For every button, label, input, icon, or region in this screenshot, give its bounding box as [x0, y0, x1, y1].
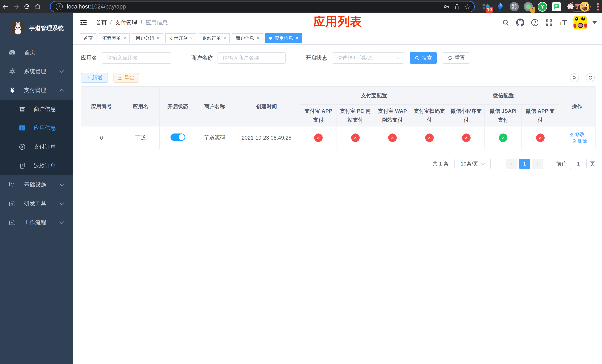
- close-icon[interactable]: ×: [296, 36, 298, 41]
- prev-page-button[interactable]: ‹: [506, 159, 517, 169]
- chrome-menu-icon[interactable]: •••: [596, 3, 599, 11]
- next-page-button[interactable]: ›: [532, 159, 543, 169]
- header-search-icon[interactable]: [502, 19, 509, 26]
- tag-process-form[interactable]: 流程表单×: [99, 33, 130, 43]
- sidebar-item-refund-orders[interactable]: 退款订单: [0, 156, 73, 175]
- sidebar-item-label: 商户信息: [34, 105, 56, 113]
- tag-refund-order[interactable]: 退款订单×: [199, 33, 230, 43]
- tag-pay-order[interactable]: 支付订单×: [165, 33, 196, 43]
- status-toggle[interactable]: [171, 133, 185, 141]
- tag-merchant-info[interactable]: 商户信息×: [232, 33, 263, 43]
- edit-button[interactable]: 修改: [570, 131, 585, 138]
- collapse-sidebar-icon[interactable]: [80, 20, 87, 26]
- share-icon[interactable]: [453, 3, 461, 10]
- col-app-name: 应用名: [122, 86, 159, 126]
- password-key-icon[interactable]: [443, 3, 450, 10]
- chrome-update-button[interactable]: 更新: [570, 2, 591, 11]
- url-text[interactable]: localhost:1024/pay/app: [67, 3, 126, 10]
- site-info-icon[interactable]: i: [56, 3, 63, 10]
- extension-command-icon[interactable]: ⌘: [509, 2, 519, 11]
- help-icon[interactable]: [531, 19, 539, 26]
- app-name-input[interactable]: 请输入应用名: [102, 52, 171, 64]
- sidebar-item-workflow[interactable]: 工作流程: [0, 213, 73, 232]
- extension-layout-icon[interactable]: 10: [481, 2, 491, 11]
- sidebar-item-pay-orders[interactable]: 支付订单: [0, 137, 73, 156]
- sidebar-item-app-info[interactable]: 应用信息: [0, 118, 73, 137]
- app-table: 应用编号 应用名 开启状态 商户名称 创建时间 支付宝配置 微信配置 操作 支付…: [81, 86, 595, 150]
- chevron-down-icon: [396, 55, 399, 59]
- status-select[interactable]: 请选择开启状态: [332, 52, 404, 64]
- home-icon[interactable]: [32, 1, 43, 12]
- total-count: 共 1 条: [432, 160, 449, 167]
- chevron-down-icon: [59, 182, 64, 186]
- page-size-select[interactable]: 10条/页: [454, 159, 491, 169]
- cell-wx-app: ×: [522, 126, 559, 149]
- tag-user-group[interactable]: 用户分组×: [132, 33, 163, 43]
- close-icon[interactable]: ×: [257, 36, 259, 41]
- reset-button[interactable]: 重置: [443, 52, 470, 64]
- sidebar-item-payment[interactable]: ¥ 支付管理: [0, 81, 73, 100]
- document-icon: [18, 162, 26, 169]
- user-avatar[interactable]: [573, 16, 587, 30]
- forward-icon[interactable]: [11, 1, 22, 12]
- bookmark-star-icon[interactable]: ☆: [464, 3, 471, 10]
- github-icon[interactable]: [516, 19, 524, 27]
- filter-form: 应用名 请输入应用名 商户名称 请输入商户名称 开启状态 请选择开启状态 搜索 …: [81, 52, 595, 64]
- browser-toolbar: i localhost:1024/pay/app ☆ 10 ⌘ 1 Y: [0, 0, 602, 13]
- sidebar-item-label: 基础设施: [24, 181, 46, 189]
- add-button[interactable]: +新增: [81, 73, 108, 83]
- col-merchant: 商户名称: [196, 86, 233, 126]
- sidebar-item-label: 首页: [24, 49, 35, 56]
- extension-proxy-icon[interactable]: 1: [524, 2, 533, 11]
- group-wechat-config: 微信配置: [448, 86, 559, 105]
- close-icon[interactable]: ×: [190, 36, 193, 41]
- col-wx-mini: 微信小程序支付: [448, 105, 485, 126]
- sidebar-item-label: 工作流程: [24, 219, 46, 226]
- status-cross-icon: ×: [351, 133, 360, 142]
- col-created: 创建时间: [233, 86, 300, 126]
- export-button[interactable]: 导出: [113, 73, 139, 83]
- group-alipay-config: 支付宝配置: [300, 86, 448, 105]
- sidebar-item-infrastructure[interactable]: 基础设施: [0, 175, 73, 194]
- grid-icon: [18, 125, 26, 131]
- breadcrumb-home[interactable]: 首页: [96, 19, 107, 26]
- col-status: 开启状态: [159, 86, 196, 126]
- cell-alipay-app: ×: [300, 126, 337, 149]
- status-cross-icon: ×: [462, 133, 471, 142]
- logo-row[interactable]: 芋道管理系统: [0, 13, 73, 43]
- address-bar[interactable]: i localhost:1024/pay/app ☆: [50, 1, 475, 12]
- sidebar-item-label: 支付管理: [24, 86, 46, 94]
- table-row: 6 芋道 芋道源码 2021-10-23 08:49:25 × × × × × …: [81, 126, 595, 149]
- sidebar-item-home[interactable]: 首页: [0, 43, 73, 62]
- close-icon[interactable]: ×: [224, 36, 226, 41]
- cell-app-id: 6: [81, 126, 122, 149]
- col-alipay-app: 支付宝 APP 支付: [300, 105, 337, 126]
- show-search-toggle-button[interactable]: [570, 73, 579, 82]
- extension-kite-icon[interactable]: [495, 2, 505, 11]
- fullscreen-icon[interactable]: [545, 19, 553, 26]
- extension-y-icon[interactable]: Y: [538, 2, 547, 11]
- page-1-button[interactable]: 1: [519, 159, 530, 169]
- avatar-dropdown-caret[interactable]: [592, 21, 597, 24]
- merchant-name-input[interactable]: 请输入商户名称: [217, 52, 286, 64]
- breadcrumb-current: 应用信息: [146, 19, 168, 26]
- delete-button[interactable]: 删除: [572, 138, 588, 144]
- font-size-icon[interactable]: TT: [559, 19, 567, 27]
- refresh-table-button[interactable]: [586, 73, 595, 82]
- sidebar-item-dev-tools[interactable]: 研发工具: [0, 194, 73, 213]
- cell-created: 2021-10-23 08:49:25: [233, 126, 300, 149]
- table-toolbar: +新增 导出: [81, 73, 595, 83]
- close-icon[interactable]: ×: [123, 36, 126, 41]
- sidebar-item-system[interactable]: 系统管理: [0, 62, 73, 81]
- close-icon[interactable]: ×: [157, 36, 159, 41]
- tag-app-info[interactable]: 应用信息×: [265, 33, 302, 43]
- back-icon[interactable]: [0, 1, 11, 12]
- extension-chat-icon[interactable]: [552, 2, 561, 11]
- status-check-icon: ✓: [499, 133, 507, 142]
- tag-home[interactable]: 首页: [80, 33, 97, 43]
- sidebar-item-merchant-info[interactable]: 商户信息: [0, 100, 73, 118]
- breadcrumb-payment[interactable]: 支付管理: [115, 19, 137, 26]
- search-button[interactable]: 搜索: [410, 52, 437, 64]
- goto-page-input[interactable]: 1: [570, 159, 587, 169]
- reload-icon[interactable]: [22, 1, 32, 12]
